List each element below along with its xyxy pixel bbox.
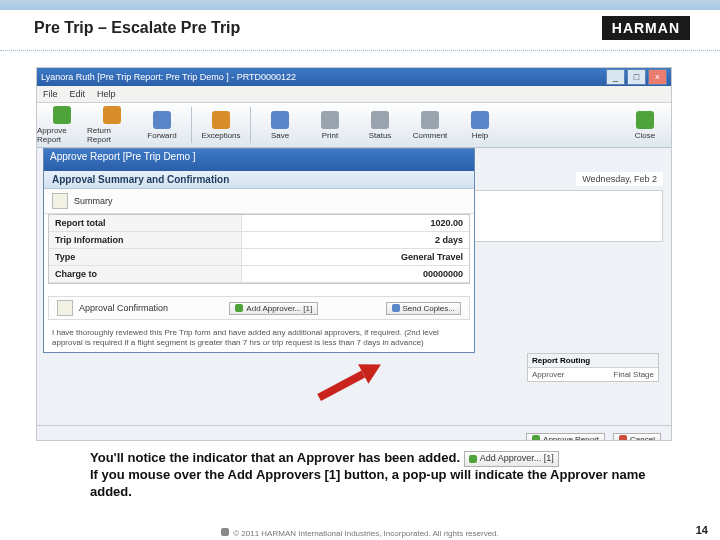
menu-file[interactable]: File <box>43 89 58 99</box>
send-copies-button[interactable]: Send Copies... <box>386 302 461 315</box>
close-icon[interactable]: × <box>648 69 667 85</box>
dialog-title: Approve Report [Pre Trip Demo ] <box>44 149 474 171</box>
approve-dialog: Approve Report [Pre Trip Demo ] Approval… <box>43 148 475 353</box>
comment-icon <box>421 111 439 129</box>
window-titlebar: Lyanora Ruth [Pre Trip Report: Pre Trip … <box>37 68 671 86</box>
date-label: Wednesday, Feb 2 <box>576 172 663 186</box>
window-title: Lyanora Ruth [Pre Trip Report: Pre Trip … <box>41 72 296 82</box>
approve-icon <box>53 106 71 124</box>
tb-help[interactable]: Help <box>455 111 505 140</box>
help-icon <box>471 111 489 129</box>
confirmation-icon <box>57 300 73 316</box>
close-app-icon <box>636 111 654 129</box>
report-routing-box: Report Routing ApproverFinal Stage <box>527 353 659 382</box>
declaration-text: I have thoroughly reviewed this Pre Trip… <box>44 324 474 352</box>
tb-return[interactable]: Return Report <box>87 106 137 144</box>
forward-icon <box>153 111 171 129</box>
print-icon <box>321 111 339 129</box>
save-icon <box>271 111 289 129</box>
warning-icon <box>212 111 230 129</box>
tb-comment[interactable]: Comment <box>405 111 455 140</box>
approval-confirmation-row: Approval Confirmation Add Approver... [1… <box>48 296 470 320</box>
tb-forward[interactable]: Forward <box>137 111 187 140</box>
harman-logo: HARMAN <box>602 16 690 40</box>
app-screenshot: Lyanora Ruth [Pre Trip Report: Pre Trip … <box>36 67 672 441</box>
tb-print[interactable]: Print <box>305 111 355 140</box>
slide-title: Pre Trip – Escalate Pre Trip <box>34 19 240 37</box>
summary-icon <box>52 193 68 209</box>
menu-help[interactable]: Help <box>97 89 116 99</box>
menu-edit[interactable]: Edit <box>70 89 86 99</box>
return-icon <box>103 106 121 124</box>
dialog-actions: Approve Report Cancel <box>37 425 671 441</box>
lock-icon <box>221 528 229 536</box>
tb-save[interactable]: Save <box>255 111 305 140</box>
dialog-subtitle: Approval Summary and Confirmation <box>44 171 474 189</box>
status-icon <box>371 111 389 129</box>
copyright: © 2011 HARMAN International Industries, … <box>0 528 720 538</box>
summary-header: Summary <box>44 189 474 214</box>
check-icon <box>532 435 540 441</box>
menu-bar: File Edit Help <box>37 86 671 103</box>
add-approver-button[interactable]: Add Approver... [1] <box>229 302 318 315</box>
tb-exceptions[interactable]: Exceptions <box>196 111 246 140</box>
tb-close[interactable]: Close <box>625 111 665 140</box>
inline-add-approver-button: Add Approver... [1] <box>464 451 559 467</box>
maximize-icon[interactable]: □ <box>627 69 646 85</box>
pointer-arrow <box>315 357 385 406</box>
tb-approve[interactable]: Approve Report <box>37 106 87 144</box>
toolbar: Approve Report Return Report Forward Exc… <box>37 103 671 148</box>
minimize-icon[interactable]: _ <box>606 69 625 85</box>
page-number: 14 <box>696 524 708 536</box>
slide-caption: You'll notice the indicator that an Appr… <box>90 450 650 501</box>
approve-report-button[interactable]: Approve Report <box>526 433 605 442</box>
mail-icon <box>392 304 400 312</box>
cancel-button[interactable]: Cancel <box>613 433 661 442</box>
summary-table: Report total1020.00 Trip Information2 da… <box>48 214 470 284</box>
plus-icon <box>235 304 243 312</box>
tb-status[interactable]: Status <box>355 111 405 140</box>
cancel-icon <box>619 435 627 441</box>
plus-icon <box>469 455 477 463</box>
